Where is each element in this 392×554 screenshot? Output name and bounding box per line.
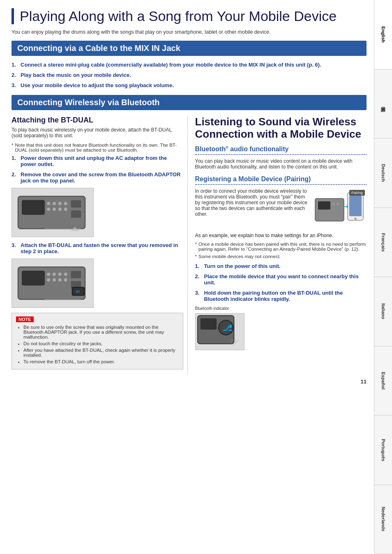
pairing-row: In order to connect your mobile device w…	[195, 188, 367, 229]
attach-item-3: 3. Attach the BT-DUAL and fasten the scr…	[12, 242, 183, 254]
attach-text-1: Power down this unit and unplug the AC a…	[21, 155, 183, 167]
svg-point-18	[58, 272, 62, 276]
pairing-num-3: 3.	[195, 290, 202, 302]
main-content: Playing Along with a Song from Your Mobi…	[0, 0, 374, 554]
svg-point-2	[47, 202, 50, 205]
svg-point-5	[64, 202, 67, 205]
sidebar-tab-espanol[interactable]: Español	[374, 346, 392, 416]
bluetooth-section-header: Connecting Wirelessly via Bluetooth	[12, 95, 367, 110]
col-listening: Listening to Sound via Wireless Connecti…	[195, 116, 367, 374]
sidebar-tab-portugues[interactable]: Português	[374, 416, 392, 485]
listening-title: Listening to Sound via Wireless Connecti…	[195, 116, 367, 141]
pairing-text-1: Turn on the power of this unit.	[204, 263, 281, 269]
svg-point-3	[53, 202, 56, 205]
attach-num-3: 3.	[12, 242, 18, 254]
pairing-text-2: Place the mobile device that you want to…	[204, 273, 367, 286]
cable-text-3: Use your mobile device to adjust the son…	[21, 82, 174, 88]
pairing-item-1: 1. Turn on the power of this unit.	[195, 263, 367, 269]
svg-text:☞: ☞	[230, 337, 239, 348]
cable-items: 1. Connect a stereo mini-plug cable (com…	[12, 62, 367, 88]
note-box: NOTE Be sure to use only the screw that …	[12, 313, 183, 369]
bt-indicator-svg: ⎇ ☞	[196, 313, 244, 350]
pairing-text-3: Hold down the pairing button on the BT-D…	[204, 290, 367, 302]
pairing-item-2: 2. Place the mobile device that you want…	[195, 273, 367, 286]
col-attaching: Attaching the BT-DUAL To play back music…	[12, 116, 188, 374]
pairing-star-2: * Some mobile devices may not connect.	[195, 254, 367, 259]
pairing-label: Pairing	[349, 190, 365, 196]
sidebar-tab-japanese[interactable]: 日本語	[374, 69, 392, 139]
cable-text-1: Connect a stereo mini-plug cable (commer…	[21, 62, 321, 68]
note-item-4: To remove the BT-DUAL, turn off the powe…	[23, 359, 179, 364]
attach-item-1: 1. Power down this unit and unplug the A…	[12, 155, 183, 167]
bluetooth-audio-desc: You can play back music or music video c…	[195, 158, 367, 170]
cable-num-2: 2.	[12, 72, 18, 78]
cable-item-2: 2. Play back the music on your mobile de…	[12, 72, 367, 78]
page-number: 11	[12, 379, 367, 385]
note-item-2: Do not touch the circuitry or the jacks.	[23, 341, 179, 346]
svg-text:⇾: ⇾	[343, 203, 348, 210]
svg-rect-11	[71, 210, 81, 218]
sidebar-tab-francais[interactable]: Français	[374, 208, 392, 277]
device-svg-1	[12, 188, 93, 237]
svg-point-22	[58, 278, 62, 282]
attaching-star-note: * Note that this unit does not feature B…	[12, 143, 183, 152]
attaching-desc: To play back music wirelessly on your mo…	[12, 127, 183, 138]
iphone-note: As an example, we explain how to make se…	[195, 233, 367, 238]
svg-point-4	[58, 202, 62, 205]
star-icon-2: *	[195, 254, 197, 259]
note-item-3: After you have attached the BT-DUAL, che…	[23, 348, 179, 358]
intro-text: You can enjoy playing the drums along wi…	[12, 29, 367, 35]
note-label: NOTE	[16, 316, 34, 322]
svg-rect-38	[200, 319, 216, 330]
cable-section-header: Connecting via a Cable to the MIX IN Jac…	[12, 41, 367, 56]
bluetooth-audio-header: Bluetooth® audio functionality	[195, 145, 367, 155]
svg-rect-24	[71, 271, 81, 278]
svg-point-23	[64, 278, 67, 282]
svg-point-32	[337, 203, 339, 205]
svg-point-8	[58, 208, 62, 211]
attaching-title: Attaching the BT-DUAL	[12, 116, 183, 125]
pairing-image: Pairing ⇾	[313, 188, 367, 229]
cable-num-1: 1.	[12, 62, 18, 68]
svg-rect-1	[22, 200, 44, 215]
attach-text-2: Remove the cover and the screw from the …	[21, 171, 183, 184]
bluetooth-text: Bluetooth® audio functionality	[195, 145, 289, 153]
cable-item-1: 1. Connect a stereo mini-plug cable (com…	[12, 62, 367, 68]
note-list: Be sure to use only the screw that was o…	[16, 325, 179, 364]
page-title: Playing Along with a Song from Your Mobi…	[12, 8, 367, 24]
star-icon-1: *	[195, 242, 197, 252]
two-col-layout: Attaching the BT-DUAL To play back music…	[12, 116, 367, 374]
bt-indicator-container: Bluetooth indicator ⎇ ☞	[195, 306, 367, 350]
svg-point-9	[64, 208, 67, 211]
device-svg-2: BT	[12, 259, 93, 308]
attach-num-2: 2.	[12, 171, 18, 184]
svg-point-31	[332, 203, 335, 205]
cable-text-2: Play back the music on your mobile devic…	[21, 72, 131, 78]
svg-text:⎇: ⎇	[222, 323, 232, 332]
pairing-num-1: 1.	[195, 263, 202, 269]
svg-point-35	[354, 217, 357, 220]
pairing-item-3: 3. Hold down the pairing button on the B…	[195, 290, 367, 302]
pairing-num-2: 2.	[195, 273, 202, 286]
svg-text:BT: BT	[76, 290, 80, 293]
svg-point-7	[53, 208, 56, 211]
svg-rect-10	[71, 200, 81, 208]
sidebar-tab-deutsch[interactable]: Deutsch	[374, 138, 392, 208]
svg-rect-34	[349, 196, 362, 216]
attach-text-3: Attach the BT-DUAL and fasten the screw …	[21, 242, 183, 254]
svg-point-17	[53, 272, 56, 276]
attach-item-2: 2. Remove the cover and the screw from t…	[12, 171, 183, 184]
sidebar-tab-italiano[interactable]: Italiano	[374, 277, 392, 346]
note-item-1: Be sure to use only the screw that was o…	[23, 325, 179, 339]
sidebar-tab-english[interactable]: English	[374, 0, 392, 69]
attach-num-1: 1.	[12, 155, 18, 167]
svg-point-16	[47, 272, 50, 276]
bt-indicator-image: ⎇ ☞	[195, 313, 244, 350]
svg-rect-30	[318, 201, 330, 210]
star-icon: *	[12, 143, 13, 152]
svg-point-21	[53, 278, 56, 282]
device-image-1	[12, 188, 94, 237]
sidebar: English 日本語 Deutsch Français Italiano Es…	[374, 0, 392, 554]
svg-point-20	[47, 278, 50, 282]
sidebar-tab-nederlands[interactable]: Nederlands	[374, 485, 392, 554]
